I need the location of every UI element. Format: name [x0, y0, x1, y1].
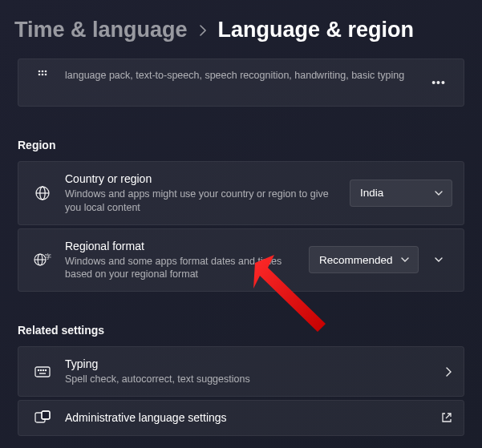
breadcrumb: Time & language Language & region — [0, 0, 482, 59]
svg-point-4 — [42, 74, 44, 76]
svg-point-16 — [43, 369, 43, 370]
breadcrumb-current: Language & region — [218, 18, 415, 42]
language-features-desc: language pack, text-to-speech, speech re… — [65, 69, 417, 83]
chevron-right-icon — [199, 24, 207, 37]
svg-point-5 — [45, 74, 47, 76]
svg-point-17 — [45, 369, 46, 370]
regional-format-title: Regional format — [65, 239, 301, 254]
typing-row[interactable]: Typing Spell check, autocorrect, text su… — [18, 346, 464, 397]
svg-point-0 — [38, 71, 41, 73]
country-select[interactable]: India — [350, 180, 452, 207]
admin-language-icon — [30, 410, 55, 425]
drag-handle-icon[interactable] — [30, 69, 55, 80]
admin-language-title: Administrative language settings — [65, 410, 433, 426]
svg-point-3 — [38, 74, 41, 76]
country-region-desc: Windows and apps might use your country … — [65, 188, 342, 215]
regional-format-select-value: Recommended — [319, 254, 393, 266]
breadcrumb-parent[interactable]: Time & language — [14, 18, 188, 42]
regional-format-row: 字 Regional format Windows and some apps … — [18, 228, 464, 293]
section-header-region: Region — [18, 139, 464, 151]
admin-language-row[interactable]: Administrative language settings — [18, 400, 464, 436]
country-select-value: India — [360, 187, 383, 199]
svg-point-15 — [40, 369, 41, 370]
section-header-related: Related settings — [18, 324, 464, 337]
regional-format-select[interactable]: Recommended — [309, 246, 419, 273]
open-external-icon — [441, 412, 452, 423]
svg-point-1 — [42, 71, 44, 73]
typing-title: Typing — [65, 357, 436, 372]
chevron-down-icon — [400, 255, 410, 264]
svg-rect-20 — [42, 411, 50, 419]
typing-desc: Spell check, autocorrect, text suggestio… — [65, 373, 436, 386]
globe-letter-icon: 字 — [30, 252, 55, 268]
expand-button[interactable] — [425, 246, 452, 273]
svg-point-2 — [45, 71, 47, 73]
country-region-row: Country or region Windows and apps might… — [18, 161, 464, 225]
globe-icon — [30, 185, 55, 201]
language-features-card[interactable]: language pack, text-to-speech, speech re… — [18, 59, 464, 107]
country-region-title: Country or region — [65, 172, 342, 187]
svg-point-14 — [38, 369, 38, 370]
regional-format-desc: Windows and some apps format dates and t… — [65, 255, 301, 282]
chevron-right-icon — [444, 366, 452, 377]
chevron-down-icon — [434, 188, 444, 198]
more-options-button[interactable]: ••• — [425, 69, 452, 96]
svg-text:字: 字 — [45, 253, 51, 260]
svg-rect-13 — [35, 367, 50, 377]
keyboard-icon — [30, 366, 55, 377]
